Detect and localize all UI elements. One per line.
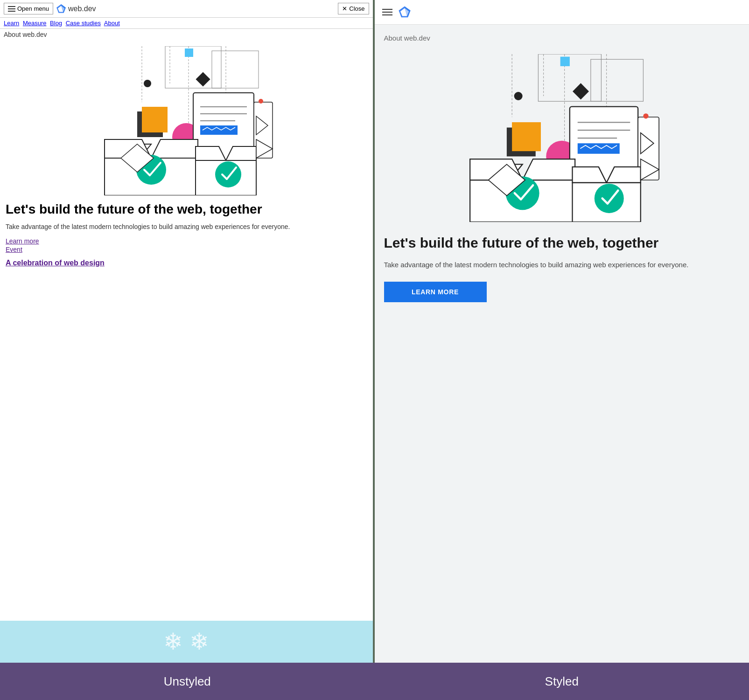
- svg-rect-51: [512, 122, 541, 151]
- styled-label-text: Styled: [545, 674, 579, 689]
- logo-text-unstyled: web.dev: [68, 5, 96, 13]
- unstyled-label-text: Unstyled: [164, 674, 211, 689]
- open-menu-button[interactable]: Open menu: [4, 3, 53, 14]
- logo-icon-styled: [398, 6, 411, 19]
- svg-point-68: [595, 184, 624, 213]
- svg-rect-15: [142, 107, 168, 132]
- svg-rect-45: [591, 59, 644, 101]
- hero-links-unstyled: Learn more Event: [6, 237, 367, 253]
- nav-blog-link[interactable]: Blog: [50, 20, 62, 27]
- header-left: Open menu web.dev: [4, 3, 96, 14]
- logo-unstyled: web.dev: [56, 4, 96, 14]
- header-unstyled: Open menu web.dev ✕ Close: [0, 0, 373, 18]
- svg-marker-63: [522, 159, 575, 180]
- unstyled-panel: Open menu web.dev ✕ Close: [0, 0, 375, 663]
- illustration-svg-unstyled: [95, 46, 277, 195]
- illustration-svg-styled: [459, 54, 665, 222]
- content-styled: About web.dev: [375, 25, 749, 663]
- hamburger-icon: [8, 6, 15, 12]
- svg-point-32: [215, 161, 241, 187]
- styled-label-container: Styled: [375, 663, 749, 700]
- svg-point-23: [259, 99, 263, 104]
- svg-rect-46: [560, 57, 569, 66]
- labels-bar: Unstyled Styled: [0, 663, 749, 700]
- svg-rect-57: [578, 143, 620, 154]
- snowflake-preview: ❄ ❄: [0, 621, 373, 663]
- svg-point-11: [144, 80, 151, 87]
- celebration-link-unstyled[interactable]: A celebration of web design: [6, 259, 367, 267]
- hero-illustration-styled: [384, 49, 740, 227]
- nav-learn-link[interactable]: Learn: [4, 20, 19, 27]
- nav-measure-link[interactable]: Measure: [23, 20, 47, 27]
- close-button[interactable]: ✕ Close: [338, 3, 369, 14]
- header-styled: [375, 0, 749, 25]
- nav-links-unstyled: Learn Measure Blog Case studies About: [0, 18, 373, 29]
- close-x-icon: ✕: [342, 5, 347, 12]
- event-link-unstyled[interactable]: Event: [6, 246, 367, 253]
- snowflake-decoration: ❄ ❄: [163, 628, 209, 655]
- close-button-label: Close: [349, 5, 364, 12]
- hero-desc-unstyled: Take advantage of the latest modern tech…: [6, 222, 367, 232]
- hero-desc-styled: Take advantage of the latest modern tech…: [384, 259, 740, 270]
- unstyled-label-container: Unstyled: [0, 663, 375, 700]
- svg-rect-21: [200, 125, 238, 135]
- svg-point-59: [643, 113, 648, 118]
- svg-point-47: [514, 92, 522, 100]
- hero-illustration-unstyled: [6, 44, 367, 198]
- learn-more-button-styled[interactable]: LEARN MORE: [384, 282, 487, 302]
- svg-marker-27: [151, 139, 198, 158]
- learn-more-link-unstyled[interactable]: Learn more: [6, 237, 367, 245]
- svg-rect-10: [185, 49, 193, 57]
- hero-heading-unstyled: Let's build the future of the web, toget…: [6, 201, 367, 217]
- svg-rect-12: [196, 72, 210, 86]
- styled-panel: About web.dev: [375, 0, 749, 663]
- svg-rect-9: [212, 51, 259, 88]
- nav-case-studies-link[interactable]: Case studies: [66, 20, 101, 27]
- svg-rect-48: [573, 83, 589, 99]
- about-label-unstyled: About web.dev: [0, 29, 373, 40]
- menu-button-label: Open menu: [17, 5, 49, 12]
- logo-icon: [56, 4, 66, 14]
- nav-about-link[interactable]: About: [104, 20, 120, 27]
- content-unstyled: Let's build the future of the web, toget…: [0, 40, 373, 621]
- hero-heading-styled: Let's build the future of the web, toget…: [384, 234, 740, 252]
- hamburger-icon-styled[interactable]: [382, 9, 392, 15]
- about-label-styled: About web.dev: [384, 34, 740, 42]
